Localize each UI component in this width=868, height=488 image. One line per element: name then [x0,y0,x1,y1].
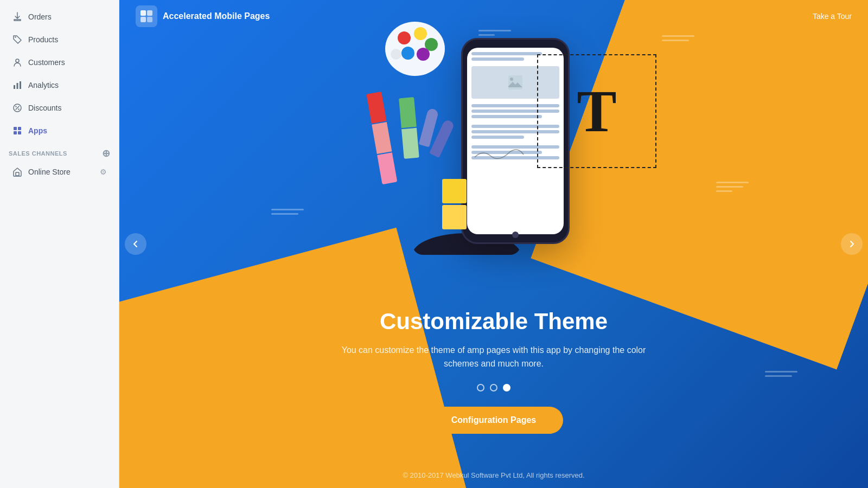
download-icon [12,11,23,22]
slide-dots [331,384,656,391]
svg-rect-12 [141,17,146,22]
sales-channels-label: SALES CHANNELS [9,150,67,157]
slide-content: Customizable Theme You can customize the… [331,309,656,434]
discounts-label: Discounts [28,104,61,112]
green-swatches [399,97,419,160]
slide-dot-1[interactable] [477,384,484,391]
svg-rect-6 [18,127,21,130]
svg-point-20 [391,49,401,60]
slide-dot-3[interactable] [503,384,510,391]
sidebar-item-apps[interactable]: Apps [3,120,116,142]
slide-dot-2[interactable] [490,384,497,391]
deco-lines-mid-left [271,206,304,217]
app-name-label: Accelerated Mobile Pages [163,11,270,21]
svg-rect-5 [14,127,17,130]
svg-rect-11 [147,10,152,16]
yellow-swatches [442,179,467,229]
phone-illustration: T [358,27,629,255]
color-swatches [366,92,397,185]
apps-icon [12,125,23,136]
phone-home-button [512,232,519,238]
sales-channels-section: SALES CHANNELS ⊕ [0,142,119,160]
sidebar: Orders Products Customers Analytics [0,0,119,488]
store-icon [12,166,23,177]
svg-point-19 [417,48,430,61]
online-store-settings-icon[interactable]: ⚙ [100,168,107,176]
apps-label: Apps [28,126,47,135]
sidebar-item-orders[interactable]: Orders [3,6,116,28]
orders-label: Orders [28,12,52,21]
text-selection-box: T [537,54,656,168]
sidebar-item-analytics[interactable]: Analytics [3,74,116,96]
svg-point-15 [398,31,411,44]
person-icon [12,57,23,68]
configuration-pages-button[interactable]: Configuration Pages [424,407,563,434]
svg-rect-13 [147,17,152,22]
chart-icon [12,80,23,91]
svg-point-22 [510,78,513,81]
prev-slide-button[interactable] [125,233,146,255]
sidebar-item-products[interactable]: Products [3,29,116,50]
customers-label: Customers [28,58,65,67]
typography-T: T [577,81,616,141]
sidebar-item-online-store[interactable]: Online Store ⚙ [3,161,116,183]
svg-rect-7 [14,131,17,134]
svg-rect-3 [20,81,21,89]
sidebar-item-customers[interactable]: Customers [3,52,116,73]
svg-rect-10 [141,10,146,16]
svg-point-18 [401,47,414,60]
main-content: Accelerated Mobile Pages Take a Tour [119,0,868,488]
deco-lines-bottom-right [765,368,797,380]
svg-rect-2 [17,83,18,89]
deco-lines-mid-right [716,179,749,195]
app-logo: Accelerated Mobile Pages [136,5,270,27]
svg-rect-9 [16,172,19,176]
next-slide-button[interactable] [841,233,863,255]
analytics-label: Analytics [28,81,59,89]
sidebar-item-discounts[interactable]: Discounts [3,97,116,119]
products-label: Products [28,35,58,44]
footer-copyright: © 2010-2017 Webkul Software Pvt Ltd, All… [403,471,584,479]
signature-line [472,146,526,165]
online-store-label: Online Store [28,168,71,176]
discount-icon [12,102,23,113]
svg-rect-8 [18,131,21,134]
add-sales-channel-button[interactable]: ⊕ [102,149,111,158]
app-logo-icon [136,5,157,27]
svg-rect-21 [508,75,522,89]
slide-title: Customizable Theme [331,309,656,335]
take-tour-button[interactable]: Take a Tour [813,12,852,21]
svg-point-0 [16,59,19,62]
slide-description: You can customize the theme of amp pages… [331,343,656,371]
deco-lines-top-right [662,33,694,44]
svg-rect-1 [14,85,15,89]
main-header: Accelerated Mobile Pages Take a Tour [119,0,868,33]
tag-icon [12,34,23,45]
